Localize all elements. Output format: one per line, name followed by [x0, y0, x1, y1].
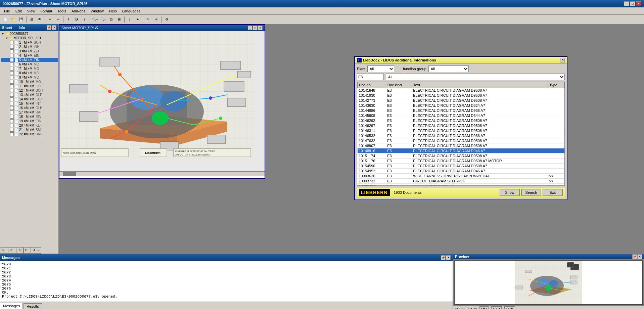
- sheet-item-12[interactable]: 📄12 =M +MSCH: [1, 88, 58, 93]
- sheet-checkbox-20[interactable]: [10, 124, 14, 127]
- results-tab[interactable]: Results: [24, 303, 42, 309]
- table-row[interactable]: 10146292E3ELECTRICAL CIRCUIT DIAGRAM D95…: [358, 118, 564, 123]
- table-row[interactable]: 10151174E3ELECTRICAL CIRCUIT DIAGRAM D95…: [358, 153, 564, 159]
- sheet-item-9[interactable]: 📄9 =M +MMO: [1, 75, 58, 80]
- table-row[interactable]: 10144886E3ELECTRICAL CIRCUIT DIAGRAM D93…: [358, 108, 564, 113]
- table-row[interactable]: 10151176E3ELECTRICAL CIRCUIT DIAGRAM D95…: [358, 159, 564, 164]
- table-row[interactable]: 10141848E3ELECTRICAL CIRCUIT DIAGRAM D95…: [358, 88, 564, 93]
- sheet-tab-p2[interactable]: P...: [24, 247, 31, 254]
- menu-tools[interactable]: Tools: [55, 8, 69, 14]
- print-preview-button[interactable]: 👁: [36, 16, 43, 23]
- sheet-checkbox-14[interactable]: [10, 97, 14, 101]
- sheet-checkbox-5[interactable]: ✓: [10, 58, 14, 62]
- viewer-maximize-button[interactable]: □: [253, 26, 258, 30]
- sheet-tab-s[interactable]: S...: [0, 247, 8, 254]
- move-button[interactable]: ✛: [152, 16, 160, 23]
- tree-root[interactable]: ▼ 📁 0002650677: [1, 32, 58, 36]
- sheet-checkbox-8[interactable]: [10, 71, 14, 75]
- sheet-item-17[interactable]: 📄17 =M +MRAI: [1, 110, 58, 115]
- sheet-checkbox-7[interactable]: [10, 67, 14, 71]
- sheet-checkbox-17[interactable]: [10, 111, 14, 114]
- exit-button[interactable]: Exit: [543, 189, 563, 196]
- search-select-2[interactable]: All: [386, 74, 565, 80]
- print-button[interactable]: 🖨: [28, 16, 35, 23]
- table-row[interactable]: 10146297E3ELECTRICAL CIRCUIT DIAGRAM D95…: [358, 123, 564, 128]
- sheet-tab-d[interactable]: D...: [8, 247, 16, 254]
- sheet-item-7[interactable]: 📄7 =M +MMO: [1, 67, 58, 71]
- sheet-item-3[interactable]: 📄3 =M +MZEI: [1, 49, 58, 53]
- sheet-item-13[interactable]: 📄13 =M +MOLE: [1, 93, 58, 97]
- table-row[interactable]: 10303732E3CIRCUIT DIAGRAM STLP-KVF>>: [358, 179, 564, 184]
- menu-languages[interactable]: Languages: [120, 8, 143, 14]
- sheet-checkbox-2[interactable]: [10, 45, 14, 49]
- viewer-scrollbar[interactable]: [59, 171, 265, 176]
- sheet-item-20[interactable]: 📄20 =M +MKLI: [1, 123, 58, 128]
- sheet-item-18[interactable]: 📄18 =M +MEIN: [1, 115, 58, 119]
- sheet-checkbox-11[interactable]: [10, 84, 14, 88]
- sheet-item-6[interactable]: 📄6 =M +MMO: [1, 62, 58, 67]
- sheet-checkbox-6[interactable]: [10, 62, 14, 66]
- sheet-item-22[interactable]: 📄22 =M +MBMI: [1, 132, 58, 136]
- search-field-1[interactable]: [357, 74, 384, 80]
- open-button[interactable]: 📂: [9, 16, 17, 23]
- function-group-select[interactable]: All: [428, 65, 469, 72]
- menu-file[interactable]: File: [1, 8, 13, 14]
- minimize-button[interactable]: _: [624, 1, 629, 6]
- sheet-tab-u[interactable]: U F...: [31, 247, 41, 254]
- table-row[interactable]: 10143630E3ELECTRICAL CIRCUIT DIAGRAM D32…: [358, 103, 564, 108]
- preview-close-button[interactable]: ✕: [637, 254, 642, 259]
- preview-pin-button[interactable]: 📌: [632, 254, 637, 259]
- zoom-out-button[interactable]: 🔍-: [99, 16, 107, 23]
- lidos-table-container[interactable]: Doc.no. Doc.kind Text Type 10141848E3ELE…: [357, 82, 565, 186]
- sheet-checkbox-10[interactable]: [10, 80, 14, 84]
- sheet-item-8[interactable]: 📄8 =M +MMO: [1, 71, 58, 75]
- sheet-checkbox-18[interactable]: [10, 115, 14, 119]
- sheet-checkbox-4[interactable]: [10, 54, 14, 57]
- messages-pin-button[interactable]: 📌: [441, 255, 446, 260]
- sheet-item-16[interactable]: 📄16 =M +MOLH: [1, 106, 58, 110]
- sheet-item-4[interactable]: 📄4 =M +MEIN: [1, 53, 58, 58]
- panel-pin-button[interactable]: 📌: [47, 25, 51, 30]
- menu-help[interactable]: Help: [106, 8, 120, 14]
- table-row[interactable]: 10142773E3ELECTRICAL CIRCUIT DIAGRAM D95…: [358, 98, 564, 103]
- menu-format[interactable]: Format: [38, 8, 55, 14]
- sheet-checkbox-13[interactable]: [10, 93, 14, 97]
- sheet-item-21[interactable]: 📄21 =M +MBMI: [1, 128, 58, 132]
- table-row[interactable]: 10146311E3ELECTRICAL CIRCUIT DIAGRAM D95…: [358, 128, 564, 133]
- plant-select[interactable]: All: [367, 65, 394, 72]
- undo-button[interactable]: ↩: [46, 16, 54, 23]
- sheet-item-10[interactable]: 📄10 =M +MMO: [1, 80, 58, 84]
- sheet-checkbox-22[interactable]: [10, 132, 14, 136]
- sheet-checkbox-9[interactable]: [10, 76, 14, 79]
- table-row[interactable]: 10146532E3ELECTRICAL CIRCUIT DIAGRAM D93…: [358, 133, 564, 138]
- redo-button[interactable]: ↪: [54, 16, 62, 23]
- grid-button[interactable]: ⋮: [126, 16, 133, 23]
- sheet-item-1[interactable]: 📄1 =M +MSCH: [1, 40, 58, 45]
- settings-button[interactable]: ⚙: [163, 16, 170, 23]
- sheet-checkbox-15[interactable]: [10, 102, 14, 105]
- lidos-close-button[interactable]: ✕: [560, 58, 565, 62]
- text-button[interactable]: T: [65, 16, 72, 23]
- sheet-checkbox-1[interactable]: [10, 41, 14, 44]
- sheet-checkbox-16[interactable]: [10, 106, 14, 110]
- show-button[interactable]: Show: [500, 189, 520, 196]
- sheet-tab-p1[interactable]: P...: [16, 247, 24, 254]
- sheet-checkbox-3[interactable]: [10, 49, 14, 53]
- sheet-item-14[interactable]: 📄14 =M +MLAD: [1, 97, 58, 101]
- sheet-item-2[interactable]: 📄2 =M +MINH: [1, 45, 58, 49]
- panel-close-button[interactable]: ✕: [52, 25, 56, 30]
- table-row[interactable]: 10147632E3ELECTRICAL CIRCUIT DIAGRAM D95…: [358, 138, 564, 143]
- zoom-all-button[interactable]: ⊞: [116, 16, 123, 23]
- table-row[interactable]: 10303734E3CABLE LOOM W-KVFZ>>: [358, 184, 564, 186]
- select-button[interactable]: ↖: [144, 16, 152, 23]
- messages-tab[interactable]: Messages: [0, 303, 23, 309]
- messages-close-button[interactable]: ✕: [446, 255, 451, 260]
- close-button[interactable]: ✕: [636, 1, 641, 6]
- maximize-button[interactable]: □: [630, 1, 635, 6]
- bold-button[interactable]: B: [73, 16, 80, 23]
- sheet-item-15[interactable]: 📄15 =M +MINT: [1, 101, 58, 106]
- sheet-checkbox-21[interactable]: [10, 128, 14, 132]
- scrollbar-thumb[interactable]: [63, 172, 76, 176]
- sheet-checkbox-19[interactable]: [10, 119, 14, 123]
- table-row[interactable]: 10145908E3ELECTRICAL CIRCUIT DIAGRAM D34…: [358, 113, 564, 118]
